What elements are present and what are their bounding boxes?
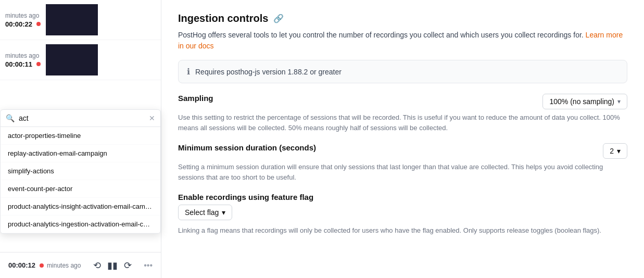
info-box: ℹ Requires posthog-js version 1.88.2 or …: [178, 60, 627, 83]
chevron-down-icon: ▾: [617, 98, 621, 105]
more-options-button[interactable]: •••: [144, 261, 153, 270]
time-ago-2: minutes ago: [5, 52, 41, 59]
playback-time-ago: minutes ago: [47, 262, 81, 269]
playback-dot: [40, 263, 44, 268]
forward-button[interactable]: ⟳: [124, 260, 132, 271]
recording-info-2: minutes ago 00:00:11: [5, 52, 41, 68]
red-dot-1: [36, 22, 41, 26]
select-flag-button[interactable]: Select flag ▾: [178, 205, 232, 220]
list-item[interactable]: replay-activation-email-campaign: [1, 145, 160, 162]
sampling-value: 100% (no sampling): [549, 97, 614, 106]
feature-flag-row: Enable recordings using feature flag: [178, 193, 627, 201]
playback-time: 00:00:12: [8, 261, 35, 269]
recording-item-1[interactable]: minutes ago 00:00:22: [0, 0, 161, 40]
section-title-row: Ingestion controls 🔗: [178, 12, 627, 24]
search-icon: 🔍: [6, 114, 15, 122]
time-ago-1: minutes ago: [5, 12, 41, 19]
min-session-row: Minimum session duration (seconds) 2 ▾: [178, 143, 627, 159]
info-icon: ℹ: [187, 67, 190, 77]
sampling-label: Sampling: [178, 94, 213, 103]
thumbnail-1: [46, 4, 98, 35]
duration-2: 00:00:11: [5, 60, 32, 68]
list-item[interactable]: product-analytics-ingestion-activation-e…: [1, 216, 160, 233]
search-input-row: 🔍 ✕: [1, 110, 160, 127]
feature-flag-description: Linking a flag means that recordings wil…: [178, 225, 627, 236]
recording-item-2[interactable]: minutes ago 00:00:11: [0, 40, 161, 80]
chevron-down-icon: ▾: [222, 208, 225, 217]
feature-flag-label: Enable recordings using feature flag: [178, 193, 313, 201]
list-item[interactable]: product-analytics-insight-activation-ema…: [1, 198, 160, 216]
right-panel: Ingestion controls 🔗 PostHog offers seve…: [161, 0, 644, 278]
min-session-dropdown[interactable]: 2 ▾: [603, 143, 627, 159]
red-dot-2: [36, 62, 41, 66]
playback-controls: ⟲ ▮▮ ⟳: [93, 260, 132, 271]
select-flag-label: Select flag: [185, 208, 219, 217]
duration-1: 00:00:22: [5, 20, 32, 28]
pause-button[interactable]: ▮▮: [107, 260, 118, 271]
left-panel: minutes ago 00:00:22 minutes ago 00:00:1…: [0, 0, 161, 278]
sampling-dropdown[interactable]: 100% (no sampling) ▾: [542, 94, 627, 109]
search-input[interactable]: [19, 114, 145, 122]
min-session-label: Minimum session duration (seconds): [178, 143, 316, 152]
recording-list: minutes ago 00:00:22 minutes ago 00:00:1…: [0, 0, 161, 80]
rewind-button[interactable]: ⟲: [93, 260, 101, 271]
search-dropdown: 🔍 ✕ product-analytics-insight-activation…: [0, 109, 161, 234]
list-item[interactable]: event-count-per-actor: [1, 180, 160, 198]
list-item[interactable]: simplify-actions: [1, 162, 160, 180]
min-session-value: 2: [610, 147, 614, 155]
dropdown-items: actor-properties-timeline replay-activat…: [1, 127, 160, 233]
info-box-text: Requires posthog-js version 1.88.2 or gr…: [195, 68, 342, 76]
sampling-description: Use this setting to restrict the percent…: [178, 112, 627, 133]
page-title: Ingestion controls: [178, 12, 268, 24]
min-session-description: Setting a minimum session duration will …: [178, 162, 627, 182]
playback-info: 00:00:12 minutes ago: [8, 261, 81, 269]
chevron-down-icon: ▾: [617, 147, 621, 155]
recording-info-1: minutes ago 00:00:22: [5, 12, 41, 28]
thumbnail-2: [46, 44, 98, 75]
playback-bar: 00:00:12 minutes ago ⟲ ▮▮ ⟳ •••: [0, 252, 161, 278]
description-text: PostHog offers several tools to let you …: [178, 30, 627, 52]
link-icon[interactable]: 🔗: [273, 14, 284, 23]
sampling-row: Sampling 100% (no sampling) ▾: [178, 94, 627, 109]
clear-icon[interactable]: ✕: [149, 114, 155, 122]
list-item[interactable]: actor-properties-timeline: [1, 127, 160, 145]
